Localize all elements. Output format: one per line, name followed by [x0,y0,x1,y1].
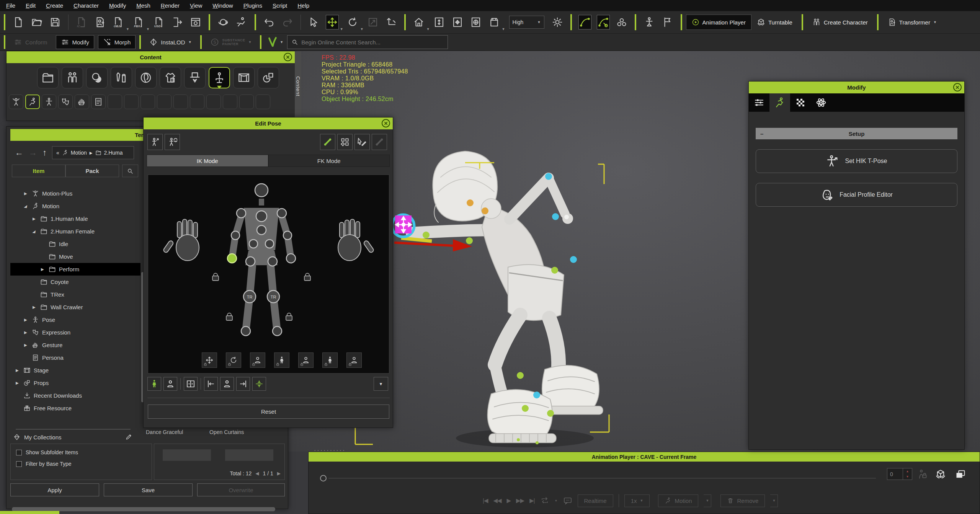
comment-icon[interactable] [563,496,572,505]
back-arrow-icon[interactable]: ← [15,148,23,158]
tree-item-gesture[interactable]: ▶Gesture [10,339,140,351]
gizmo-icon[interactable] [615,15,628,29]
import-ic-icon[interactable]: IC [75,15,88,29]
lock-body-3-button[interactable] [298,352,314,368]
category-props-icon[interactable] [258,67,279,88]
subcategory-empty-slot[interactable] [223,95,237,109]
lock-move-button[interactable] [202,352,217,368]
content-panel-header[interactable]: Content ✕ [7,51,295,63]
pose-move-tool[interactable] [147,134,163,150]
subcategory-doc-icon[interactable] [91,95,106,109]
prev-frame-button[interactable]: ◀◀ [493,497,501,504]
home-view-icon[interactable] [412,15,425,29]
tree-item-stage[interactable]: ▶Stage [10,364,140,377]
turntable-button[interactable]: Turntable [751,15,798,30]
category-hair-icon[interactable] [135,67,157,88]
next-page-icon[interactable]: ▶ [277,471,281,476]
turntable-mode-icon[interactable] [935,469,946,480]
loop-icon[interactable] [540,496,549,505]
expand-arrow-icon[interactable]: ▶ [41,267,46,271]
expand-arrow-icon[interactable]: ▶ [24,343,29,347]
open-project-icon[interactable] [30,15,43,29]
subcategory-empty-slot[interactable] [157,95,172,109]
conform-button[interactable]: Conform [9,35,52,49]
lock-rotate-button[interactable] [226,352,241,368]
export-fbx-icon[interactable]: FBX [132,15,145,29]
menu-mesh[interactable]: Mesh [136,2,150,9]
close-icon[interactable]: ✕ [284,53,292,61]
facial-profile-editor-button[interactable]: Facial Profile Editor [756,183,957,207]
tree-item-1-human-male[interactable]: ▶1.Human Male [10,212,140,225]
tree-item-move[interactable]: Move [10,250,140,263]
edit-curve-icon[interactable] [597,15,610,29]
morph-button[interactable]: Morph [98,35,136,49]
menu-view[interactable]: View [190,2,202,9]
expand-arrow-icon[interactable]: ▶ [16,381,20,385]
redo-icon[interactable] [281,15,294,29]
expand-arrow-icon[interactable]: ◢ [32,229,37,234]
motion-button[interactable]: Motion [658,494,698,507]
tree-item-recent-downloads[interactable]: Recent Downloads [10,389,140,402]
edit-collections-icon[interactable] [125,433,133,441]
instalod-button[interactable]: InstaLOD ▼ [145,35,196,49]
tab-fk-mode[interactable]: FK Mode [268,155,390,167]
tree-item-idle[interactable]: Idle [10,238,140,250]
checkbox[interactable] [16,461,22,467]
subcategory-masks-icon[interactable] [58,95,73,109]
expand-options-button[interactable]: ▼ [374,377,388,391]
merge-mesh-icon[interactable] [217,15,230,29]
category-cloth-icon[interactable] [160,67,181,88]
tree-item-motion[interactable]: ◢Motion [10,200,140,212]
orbit-view-icon[interactable] [469,15,482,29]
undo-icon[interactable] [263,15,276,29]
tree-item-props[interactable]: ▶Props [10,377,140,389]
tree-item-perform[interactable]: ▶Perform [10,263,140,276]
tree-item-expression[interactable]: ▶Expression [10,326,140,339]
up-arrow-icon[interactable]: ↑ [42,148,47,158]
animation-player-header[interactable]: Animation Player : CAVE - Current Frame [309,452,980,462]
expand-arrow-icon[interactable]: ▶ [24,330,29,335]
menu-plugins[interactable]: Plugins [243,2,262,9]
category-rig-icon[interactable] [209,67,230,88]
pose-rotate-tool[interactable] [165,134,180,150]
camera-view-icon[interactable] [488,15,501,29]
transformer-button[interactable]: Transformer ▼ [882,15,942,30]
menu-render[interactable]: Render [161,2,180,9]
export-avatar-icon[interactable] [93,15,106,29]
expand-arrow-icon[interactable]: ▶ [33,305,37,309]
remove-button[interactable]: Remove [720,494,765,507]
subcategory-empty-slot[interactable] [256,95,270,109]
frame-input[interactable] [887,468,903,480]
save-button[interactable]: Save [104,483,193,496]
render-icon[interactable] [189,15,202,29]
drag-handle[interactable]: ·········· [314,447,346,454]
smart-gallery-icon[interactable] [267,36,278,48]
fit-vertical-icon[interactable] [433,15,446,29]
subcategory-empty-slot[interactable] [206,95,221,109]
export-icon[interactable] [171,15,184,29]
lock-body-2-button[interactable] [274,352,289,368]
align-left-button[interactable] [204,377,218,391]
quality-select[interactable]: High ▼ [509,16,544,29]
flag-icon[interactable] [661,15,674,29]
subcategory-hand-icon[interactable] [75,95,89,109]
bone-select-tool[interactable] [354,134,370,150]
mirror-pose-button[interactable] [184,377,198,391]
first-frame-button[interactable]: |◀ [483,497,488,504]
next-frame-button[interactable]: ▶▶ [516,497,524,504]
remove-dropdown[interactable]: ▼ [770,494,778,507]
timeline-track[interactable] [328,478,876,478]
reset-pose-button[interactable]: Reset [148,405,389,419]
tree-item-pose[interactable]: ▶Pose [10,313,140,326]
overwrite-button[interactable]: Overwrite [197,483,285,496]
bone-edit-tool-active[interactable] [320,134,335,150]
checkbox[interactable] [16,450,22,455]
content-item-label[interactable]: Dance Graceful [146,429,183,435]
tab-animation[interactable] [769,93,790,112]
breadcrumb[interactable]: « Motion ▶ 2.Huma [52,146,134,159]
bone-pick-tool-disabled[interactable] [372,134,387,150]
tree-item-trex[interactable]: TRex [10,288,140,301]
close-icon[interactable]: ✕ [953,83,962,91]
menu-file[interactable]: File [6,2,15,9]
subcategory-empty-slot[interactable] [140,95,155,109]
